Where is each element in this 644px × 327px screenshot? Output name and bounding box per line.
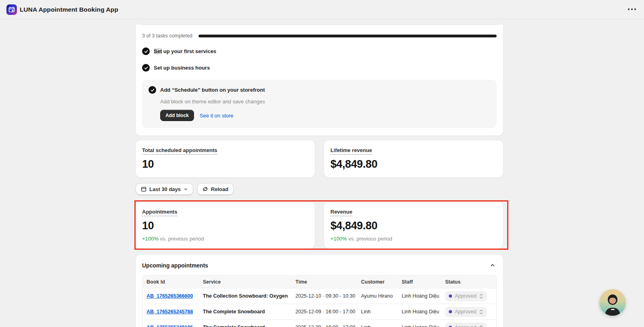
task-item-business-hours[interactable]: Set up business hours	[142, 64, 497, 72]
metric-value: $4,849.80	[330, 158, 497, 171]
staff-cell: Linh Hoàng Diệu	[402, 309, 445, 315]
status-dot-icon	[449, 310, 452, 313]
metric-delta: +100% vs. previous period	[142, 236, 308, 242]
book-id-link[interactable]: AB_1765265245788	[147, 309, 193, 315]
metric-value: $4,849.80	[330, 220, 497, 232]
revenue-metric-card: Revenue $4,849.80 +100% vs. previous per…	[324, 202, 503, 249]
check-circle-icon	[149, 86, 156, 94]
table-row: AB_1765265245788 The Complete Snowboard …	[142, 304, 496, 319]
metric-title: Revenue	[330, 209, 352, 216]
book-id-link[interactable]: AB_1765265366600	[147, 293, 193, 299]
customer-cell: Linh	[361, 325, 402, 327]
metric-title: Total scheduled appointments	[142, 147, 217, 155]
col-customer: Customer	[361, 279, 402, 285]
main-content: 3 of 3 tasks completed Set up your first…	[136, 25, 503, 327]
customer-cell: Ayumu Hirano	[361, 293, 402, 299]
see-it-on-store-link[interactable]: See it on store	[200, 113, 233, 119]
date-range-label: Last 30 days	[149, 186, 181, 192]
time-cell: 2025-12-09 · 16:00 - 17:00	[295, 309, 361, 315]
reload-label: Reload	[211, 186, 228, 192]
service-cell: The Collection Snowboard: Oxygen	[203, 293, 295, 299]
table-row: AB_1765265240105 The Complete Snowboard …	[142, 319, 496, 327]
status-select[interactable]: Approved	[445, 307, 487, 317]
reload-icon	[202, 186, 208, 192]
col-book-id: Book Id	[147, 279, 203, 285]
staff-cell: Linh Hoàng Diệu	[402, 293, 445, 299]
table-header-row: Book Id Service Time Customer Staff Stat…	[142, 276, 496, 288]
filter-controls: Last 30 days Reload	[136, 183, 503, 195]
setup-tasks-card: 3 of 3 tasks completed Set up your first…	[136, 25, 503, 136]
upcoming-appointments-title: Upcoming appointments	[142, 262, 208, 269]
app-logo-calendar-icon	[6, 4, 17, 15]
app-title: LUNA Appointment Booking App	[20, 6, 118, 13]
task-item-schedule-button[interactable]: Add “Schedule” button on your storefront	[149, 86, 490, 94]
updown-chevrons-icon	[479, 294, 483, 299]
book-id-link[interactable]: AB_1765265240105	[147, 325, 193, 327]
appointments-table: Book Id Service Time Customer Staff Stat…	[142, 275, 497, 327]
metric-title: Appointments	[142, 209, 177, 216]
updown-chevrons-icon	[479, 325, 483, 327]
total-appointments-card: Total scheduled appointments 10	[136, 140, 315, 177]
tasks-progress-row: 3 of 3 tasks completed	[142, 25, 497, 39]
tasks-progress-fill	[198, 35, 497, 37]
table-row: AB_1765265366600 The Collection Snowboar…	[142, 288, 496, 304]
tasks-progress-label: 3 of 3 tasks completed	[142, 33, 192, 39]
time-cell: 2025-12-09 · 16:00 - 17:00	[295, 325, 361, 327]
customer-cell: Linh	[361, 309, 402, 315]
reload-button[interactable]: Reload	[197, 183, 233, 195]
task-label: Set up your first services	[154, 48, 216, 54]
calendar-icon	[141, 186, 147, 192]
task-item-first-services[interactable]: Set up your first services	[142, 47, 497, 55]
status-select[interactable]: Approved	[445, 323, 487, 327]
col-staff: Staff	[402, 279, 445, 285]
col-status: Status	[445, 279, 492, 285]
time-cell: 2025-12-10 · 09:30 - 10:30	[295, 293, 361, 299]
lifetime-revenue-card: Lifetime revenue $4,849.80	[324, 140, 503, 177]
status-select[interactable]: Approved	[445, 291, 487, 301]
staff-cell: Linh Hoàng Diệu	[402, 325, 445, 327]
check-circle-icon	[142, 64, 150, 72]
status-dot-icon	[449, 294, 452, 298]
service-cell: The Complete Snowboard	[203, 309, 295, 315]
col-service: Service	[203, 279, 295, 285]
tasks-progress-bar	[198, 35, 497, 37]
task-description: Add block on theme editor and save chang…	[160, 99, 490, 105]
date-range-button[interactable]: Last 30 days	[136, 183, 193, 195]
person-avatar-image	[599, 289, 626, 316]
more-options-icon[interactable]	[628, 8, 636, 10]
check-circle-icon	[142, 47, 150, 55]
collapse-chevron-up-icon[interactable]	[488, 261, 497, 269]
metric-delta: +100% vs. previous period	[330, 236, 497, 242]
period-metrics-row: Appointments 10 +100% vs. previous perio…	[136, 202, 503, 249]
task-actions: Add block See it on store	[160, 110, 490, 121]
chevron-down-icon	[184, 187, 188, 191]
updown-chevrons-icon	[479, 309, 483, 315]
upcoming-appointments-card: Upcoming appointments Book Id Service Ti…	[136, 255, 503, 327]
service-cell: The Complete Snowboard	[203, 325, 295, 327]
task-label: Add “Schedule” button on your storefront	[160, 87, 265, 93]
task-panel-schedule-button: Add “Schedule” button on your storefront…	[142, 80, 497, 128]
metric-value: 10	[142, 158, 308, 171]
metric-value: 10	[142, 220, 308, 232]
metric-title: Lifetime revenue	[330, 147, 372, 155]
appointments-metric-card: Appointments 10 +100% vs. previous perio…	[136, 202, 315, 249]
task-label: Set up business hours	[154, 65, 210, 71]
app-top-bar: LUNA Appointment Booking App	[0, 0, 644, 19]
period-metrics-section: Appointments 10 +100% vs. previous perio…	[136, 202, 503, 249]
lifetime-metrics-row: Total scheduled appointments 10 Lifetime…	[136, 140, 503, 177]
add-block-button[interactable]: Add block	[160, 110, 194, 121]
col-time: Time	[295, 279, 361, 285]
support-video-avatar[interactable]	[599, 289, 626, 316]
